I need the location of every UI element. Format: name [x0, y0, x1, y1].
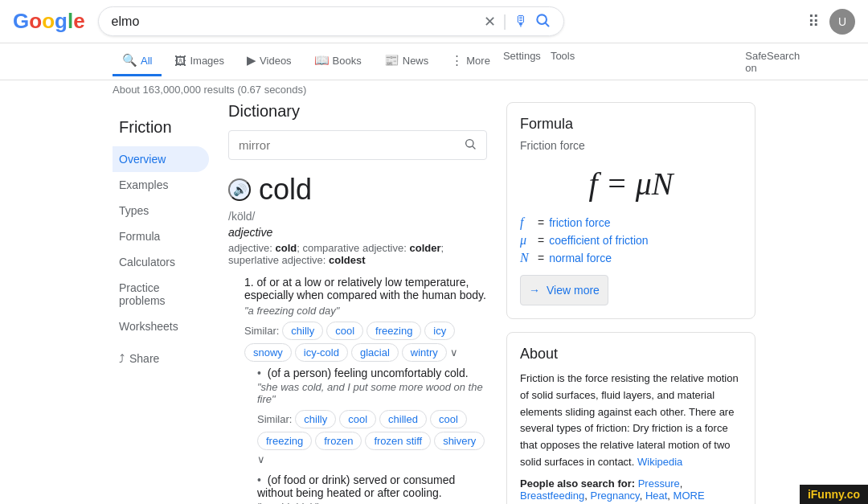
var-mu-symbol: μ — [520, 233, 533, 248]
books-icon: 📖 — [314, 53, 330, 68]
nav-books-label: Books — [333, 55, 362, 67]
search-icon-small: 🔍 — [122, 53, 137, 68]
more-similar-sub-button[interactable]: ∨ — [257, 453, 265, 465]
sub-def-2-example: "a cold drink" — [257, 501, 487, 504]
tools-link[interactable]: Tools — [551, 50, 575, 74]
formula-display: f = μN — [520, 165, 742, 203]
var-mu: μ = coefficient of friction — [520, 233, 742, 248]
also-pressure[interactable]: Pressure — [638, 477, 680, 490]
nav-images-label: Images — [190, 55, 224, 67]
main-content: Friction Overview Examples Types Formula… — [0, 102, 868, 504]
word-entry: 🔊 cold — [228, 173, 487, 207]
view-more-button[interactable]: → View more — [520, 275, 608, 305]
share-button[interactable]: ⤴ Share — [113, 346, 209, 371]
dict-search-input[interactable] — [239, 138, 457, 152]
sidebar-item-worksheets[interactable]: Worksheets — [113, 313, 209, 339]
search-icon[interactable] — [534, 12, 551, 31]
dict-search-icon[interactable] — [464, 137, 477, 153]
sub-def-2: • (of food or drink) served or consumed … — [257, 473, 487, 504]
watermark-text: iFunny.co — [808, 488, 860, 501]
chip-glacial[interactable]: glacial — [351, 343, 399, 362]
sidebar-item-calculators[interactable]: Calculators — [113, 249, 209, 275]
nav-images[interactable]: 🖼 Images — [165, 47, 234, 76]
sidebar-item-types[interactable]: Types — [113, 198, 209, 223]
nav-all[interactable]: 🔍 All — [113, 47, 162, 76]
avatar[interactable]: U — [829, 9, 855, 35]
word-superlative: coldest — [329, 254, 366, 266]
share-icon: ⤴ — [119, 352, 125, 365]
also-breastfeeding[interactable]: Breastfeeding — [520, 490, 584, 502]
chip-snowy[interactable]: snowy — [244, 343, 292, 362]
sidebar-item-overview[interactable]: Overview — [113, 146, 209, 172]
nav-right: Settings Tools SafeSearch on — [503, 50, 800, 74]
svg-line-3 — [473, 146, 475, 149]
chip-cool3[interactable]: cool — [430, 410, 467, 428]
chip-frozen[interactable]: frozen — [315, 432, 362, 450]
about-card: About Friction is the force resisting th… — [506, 332, 755, 504]
settings-link[interactable]: Settings — [503, 50, 541, 74]
chip-shivery[interactable]: shivery — [434, 432, 485, 450]
google-logo[interactable]: Google — [13, 9, 85, 34]
chip-wintry[interactable]: wintry — [402, 343, 447, 362]
var-mu-desc: coefficient of friction — [549, 234, 648, 247]
bullet-icon: • — [257, 367, 261, 379]
chip-frozen-stiff[interactable]: frozen stiff — [365, 432, 431, 450]
sidebar-item-examples[interactable]: Examples — [113, 172, 209, 198]
sidebar-item-formula[interactable]: Formula — [113, 223, 209, 249]
nav-videos[interactable]: ▶ Videos — [237, 47, 301, 76]
var-n-symbol: N — [520, 251, 533, 265]
dict-search-wrap[interactable] — [228, 130, 487, 160]
videos-icon: ▶ — [247, 53, 256, 68]
chip-chilly[interactable]: chilly — [282, 322, 323, 340]
also-more[interactable]: MORE — [674, 490, 705, 502]
var-f-desc: friction force — [549, 216, 610, 229]
speaker-button[interactable]: 🔊 — [228, 178, 251, 201]
header-right: ⠿ U — [808, 9, 855, 35]
bullet-icon-2: • — [257, 473, 261, 486]
svg-point-2 — [466, 140, 473, 147]
safe-search-label: SafeSearch on — [745, 50, 800, 74]
mic-icon[interactable]: 🎙 — [514, 13, 528, 30]
apps-grid-icon[interactable]: ⠿ — [808, 12, 820, 31]
also-pregnancy[interactable]: Pregnancy — [590, 490, 639, 502]
chip-freezing2[interactable]: freezing — [257, 432, 312, 450]
dictionary-title: Dictionary — [228, 102, 487, 121]
similar-label: Similar: — [257, 413, 292, 425]
pronunciation: /köld/ — [228, 210, 487, 223]
nav-more-label: More — [466, 55, 490, 67]
more-similar-button[interactable]: ∨ — [450, 346, 458, 359]
def-1-number: 1. of or at a low or relatively low temp… — [244, 276, 487, 301]
sidebar-item-practice[interactable]: Practice problems — [113, 275, 209, 313]
definitions-list: 1. of or at a low or relatively low temp… — [228, 276, 487, 504]
var-f-symbol: f — [520, 215, 533, 230]
chip-cool2[interactable]: cool — [339, 410, 376, 428]
news-icon: 📰 — [384, 53, 399, 68]
nav-news-label: News — [403, 55, 429, 67]
results-info: About 163,000,000 results (0.67 seconds) — [0, 80, 868, 102]
wikipedia-link[interactable]: Wikipedia — [637, 456, 682, 468]
chip-chilled[interactable]: chilled — [379, 410, 427, 428]
more-icon: ⋮ — [451, 53, 463, 68]
chip-cool[interactable]: cool — [326, 322, 363, 340]
chip-chilly2[interactable]: chilly — [295, 410, 336, 428]
sub-def-2-text: (of food or drink) served or consumed wi… — [257, 473, 455, 499]
def-1-example: "a freezing cold day" — [244, 305, 487, 317]
also-heat[interactable]: Heat — [645, 490, 667, 502]
nav-books[interactable]: 📖 Books — [305, 47, 371, 76]
nav-all-label: All — [141, 55, 152, 67]
search-bar[interactable]: ✕ | 🎙 — [98, 6, 564, 36]
similar-row-sub-1: Similar: chilly cool chilled cool freezi… — [257, 410, 487, 465]
svg-line-1 — [545, 23, 548, 27]
similar-row-1: Similar: chilly cool freezing icy snowy … — [244, 322, 487, 362]
var-mu-equals: = — [538, 234, 544, 247]
chip-icy[interactable]: icy — [424, 322, 455, 340]
clear-icon[interactable]: ✕ — [484, 13, 496, 31]
left-column: Dictionary 🔊 cold /köld/ adjective adjec… — [228, 102, 487, 504]
search-input[interactable] — [112, 14, 478, 29]
nav-more[interactable]: ⋮ More — [441, 47, 500, 76]
header: Google ✕ | 🎙 ⠿ U — [0, 0, 868, 43]
nav-news[interactable]: 📰 News — [375, 47, 439, 76]
chip-freezing[interactable]: freezing — [366, 322, 421, 340]
chip-icy-cold[interactable]: icy-cold — [295, 343, 348, 362]
also-search-label: People also search for: — [520, 477, 635, 490]
